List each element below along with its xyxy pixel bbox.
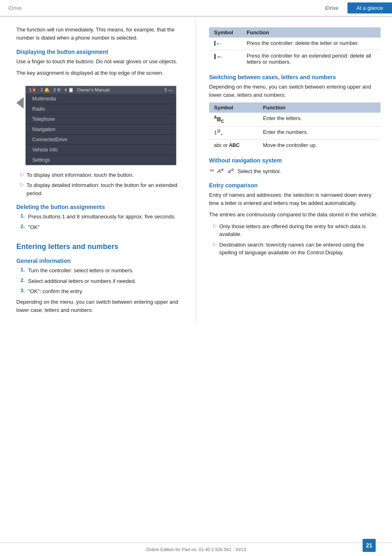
function-numbers: Enter the numbers. xyxy=(258,126,381,139)
table-row: ABC Enter the letters. xyxy=(209,113,381,126)
table1-header-function: Function xyxy=(242,27,381,38)
intro-paragraph: The function will run immediately. This … xyxy=(16,26,184,42)
topbar-2: 2 🔔 xyxy=(40,87,50,93)
header-tabs: iDrive At a glance xyxy=(316,2,392,13)
idrive-label: iDrive xyxy=(8,5,22,11)
without-nav-text: ⁰ᵃ Aa aə Select the symbol. xyxy=(209,166,381,176)
function-controller-up: Move the controller up. xyxy=(258,139,381,151)
page-number: 21 xyxy=(363,539,376,552)
topbar-5: 5 — xyxy=(165,87,173,92)
page-footer: Online Edition for Part no. 01 40 2 926 … xyxy=(0,543,392,556)
symbol-abc: ABC xyxy=(209,113,258,126)
table-row: I← Press the controller: delete the lett… xyxy=(209,38,381,50)
entry-bullet-2: ▷ Destination search: town/city names ca… xyxy=(209,241,381,257)
menu-vehicle-info: Vehicle Info xyxy=(26,145,176,155)
without-nav-select-text: Select the symbol. xyxy=(238,168,281,174)
topbar-1: 1🔇 xyxy=(29,87,37,93)
bullet-short-info-text: To display short information: touch the … xyxy=(27,171,134,179)
symbol-abc-ABC: abc or ABC xyxy=(209,139,258,151)
without-nav-symbols: ⁰ᵃ Aa aə xyxy=(209,168,234,174)
topbar-4: 4 📋 xyxy=(65,87,74,93)
right-column: Symbol Function I← Press the controller:… xyxy=(196,17,392,326)
section-entering-heading: Entering letters and numbers xyxy=(16,242,184,251)
menu-settings: Settings xyxy=(26,155,176,165)
bullet-arrow-1: ▷ xyxy=(20,171,24,177)
entry-bullet-arrow-2: ▷ xyxy=(213,241,217,247)
footer-text: Online Edition for Part no. 01 40 2 926 … xyxy=(146,547,246,552)
step-num-2: 2. xyxy=(20,223,25,229)
menu-radio: Radio xyxy=(26,104,176,114)
screen-side-arrow xyxy=(16,97,24,109)
table-row: abc or ABC Move the controller up. xyxy=(209,139,381,151)
section-without-nav-heading: Without navigation system xyxy=(209,157,381,164)
entry-bullet-2-text: Destination search: town/city names can … xyxy=(219,241,381,257)
gen-step-1-text: Turn the controller: select letters or n… xyxy=(28,267,134,275)
switching-symbol-table: Symbol Function ABC Enter the letters. 1… xyxy=(209,102,381,150)
left-column: The function will run immediately. This … xyxy=(0,17,196,326)
menu-navigation: Navigation xyxy=(26,125,176,135)
function-backspace-1: Press the controller: delete the letter … xyxy=(242,38,381,50)
symbol-numbers: 1@+ xyxy=(209,126,258,139)
screen-display: 1🔇 2 🔔 3 ⚙ 4 📋 Owner's Manual 5 — Multim… xyxy=(25,86,176,165)
table-row: 1@+ Enter the numbers. xyxy=(209,126,381,139)
screen-wrapper: 1🔇 2 🔔 3 ⚙ 4 📋 Owner's Manual 5 — Multim… xyxy=(16,81,184,171)
entry-bullet-1-text: Only those letters are offered during th… xyxy=(219,222,381,238)
gen-step-2: 2. Select additional letters or numbers … xyxy=(16,277,184,285)
header-left-label: iDrive xyxy=(0,5,316,11)
topbar-3: 3 ⚙ xyxy=(53,87,61,93)
menu-multimedia: Multimedia xyxy=(26,94,176,104)
gen-step-num-3: 3. xyxy=(20,287,25,294)
menu-telephone: Telephone xyxy=(26,114,176,125)
switching-para: Depending on the menu, you can switch be… xyxy=(209,83,381,99)
delete-step-1-text: Press buttons 1 and 8 simultaneously for… xyxy=(28,213,176,221)
entry-para1: Entry of names and addresses: the select… xyxy=(209,191,381,207)
bullet-arrow-2: ▷ xyxy=(20,182,24,187)
gen-step-num-2: 2. xyxy=(20,277,25,283)
symbol-backspace-1: I← xyxy=(209,38,242,50)
page-header: iDrive iDrive At a glance xyxy=(0,0,392,17)
section-deleting-heading: Deleting the button assignments xyxy=(16,204,184,210)
delete-step-1: 1. Press buttons 1 and 8 simultaneously … xyxy=(16,213,184,221)
table-row: I← Press the controller for an extended … xyxy=(209,50,381,68)
delete-symbol-table: Symbol Function I← Press the controller:… xyxy=(209,27,381,67)
gen-step-num-1: 1. xyxy=(20,267,25,273)
tab-idrive[interactable]: iDrive xyxy=(316,2,347,13)
gen-step-3-text: "OK": confirm the entry. xyxy=(28,287,83,296)
page-content: The function will run immediately. This … xyxy=(0,17,392,326)
section-displaying-heading: Displaying the button assignment xyxy=(16,49,184,55)
entry-para2: The entries are continuously compared to… xyxy=(209,211,381,219)
bullet-detailed-info-text: To display detailed information: touch t… xyxy=(27,181,184,197)
menu-connecteddrive: ConnectedDrive xyxy=(26,135,176,145)
bullet-detailed-info: ▷ To display detailed information: touch… xyxy=(16,181,184,197)
entry-bullet-1: ▷ Only those letters are offered during … xyxy=(209,222,381,238)
section-switching-heading: Switching between cases, letters and num… xyxy=(209,74,381,80)
screen-topbar: 1🔇 2 🔔 3 ⚙ 4 📋 Owner's Manual 5 — xyxy=(26,86,176,94)
bullet-short-info: ▷ To display short information: touch th… xyxy=(16,171,184,179)
screen-menu: Multimedia Radio Telephone Navigation Co… xyxy=(26,94,176,165)
symbol-backspace-2: I← xyxy=(209,50,242,68)
gen-para1: Depending on the menu, you can switch be… xyxy=(16,298,184,314)
topbar-manual: Owner's Manual xyxy=(77,87,109,92)
step-num-1: 1. xyxy=(20,213,25,219)
gen-step-2-text: Select additional letters or numbers if … xyxy=(28,277,136,285)
tab-at-a-glance[interactable]: At a glance xyxy=(347,2,392,13)
table2-header-symbol: Symbol xyxy=(209,102,258,113)
entry-bullet-arrow-1: ▷ xyxy=(213,223,217,229)
delete-step-2-text: "OK" xyxy=(28,223,40,231)
function-letters: Enter the letters. xyxy=(258,113,381,126)
displaying-para2: The key assignment is displayed at the t… xyxy=(16,69,184,77)
function-backspace-2: Press the controller for an extended per… xyxy=(242,50,381,68)
svg-marker-0 xyxy=(16,97,24,109)
displaying-para1: Use a finger to touch the buttons. Do no… xyxy=(16,58,184,66)
gen-step-1: 1. Turn the controller: select letters o… xyxy=(16,267,184,275)
table1-header-symbol: Symbol xyxy=(209,27,242,38)
gen-step-3: 3. "OK": confirm the entry. xyxy=(16,287,184,296)
table2-header-function: Function xyxy=(258,102,381,113)
delete-step-2: 2. "OK" xyxy=(16,223,184,231)
section-general-heading: General information xyxy=(16,258,184,264)
section-entry-heading: Entry comparison xyxy=(209,182,381,189)
